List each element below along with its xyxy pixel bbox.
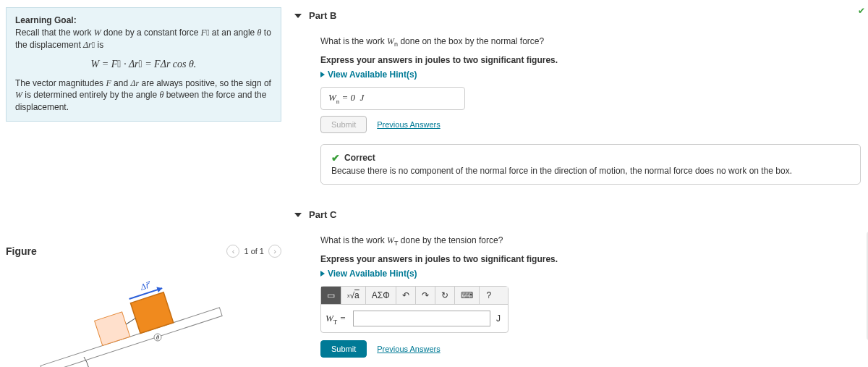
svg-text:θ: θ — [156, 334, 159, 341]
part-b-explanation: Because there is no component of the nor… — [331, 165, 850, 177]
figure-title: Figure — [6, 245, 37, 257]
part-b-title: Part B — [309, 10, 336, 21]
keyboard-button[interactable]: ⌨ — [455, 287, 480, 304]
learning-goal-line1: Recall that the work W done by a constan… — [15, 27, 272, 51]
caret-right-icon — [320, 72, 325, 77]
part-b-instruction: Express your answers in joules to two si… — [320, 55, 861, 65]
part-c-hints-label: View Available Hint(s) — [328, 269, 417, 279]
learning-goal-line2: The vector magnitudes F and Δr are alway… — [15, 77, 272, 114]
part-c-previous-answers-link[interactable]: Previous Answers — [377, 345, 440, 353]
greek-button[interactable]: ΑΣΦ — [366, 287, 396, 304]
part-b-hints-toggle[interactable]: View Available Hint(s) — [320, 69, 861, 80]
part-b-question: What is the work Wn done on the box by t… — [320, 35, 861, 49]
part-b-answer-display: Wn = 0 J — [320, 87, 465, 110]
part-c-unit: J — [493, 313, 508, 324]
input-toolbar: ▭ x√a ΑΣΦ ↶ ↷ ↻ ⌨ ? — [321, 287, 508, 305]
svg-text:Δr⃗: Δr⃗ — [138, 279, 153, 292]
part-c-input-label: WT = — [321, 313, 350, 326]
part-b-header[interactable]: Part B — [294, 0, 861, 27]
part-c-title: Part C — [309, 209, 336, 220]
work-formula: W = F⃗ · Δr⃗ = FΔr cos θ. — [15, 59, 272, 70]
reset-button[interactable]: ↻ — [435, 287, 455, 304]
part-c-answer-input[interactable] — [353, 311, 490, 326]
part-c-input-panel: ▭ x√a ΑΣΦ ↶ ↷ ↻ ⌨ ? WT = J — [320, 286, 509, 333]
figure-prev-button[interactable]: ‹ — [226, 245, 239, 258]
svg-rect-1 — [41, 308, 222, 367]
part-c-hints-toggle[interactable]: View Available Hint(s) — [320, 269, 861, 279]
part-b-previous-answers-link[interactable]: Previous Answers — [377, 120, 440, 129]
svg-line-4 — [125, 319, 137, 324]
redo-button[interactable]: ↷ — [416, 287, 435, 304]
check-icon: ✔ — [331, 152, 340, 164]
check-icon: ✔ — [858, 6, 865, 16]
templates-button[interactable]: ▭ — [321, 287, 341, 304]
sqrt-button[interactable]: x√a — [341, 287, 366, 304]
undo-button[interactable]: ↶ — [396, 287, 416, 304]
figure-page-indicator: 1 of 1 — [244, 247, 264, 256]
part-b-submit-button: Submit — [320, 116, 367, 133]
part-c-question: What is the work WT done by the tension … — [320, 235, 861, 248]
help-button[interactable]: ? — [480, 287, 498, 304]
figure-diagram: Δr⃗ θ — [6, 269, 270, 367]
caret-down-icon — [294, 14, 302, 18]
correct-label: Correct — [344, 153, 375, 163]
caret-down-icon — [294, 213, 302, 217]
caret-right-icon — [320, 271, 325, 277]
figure-next-button[interactable]: › — [268, 245, 281, 258]
part-c-header[interactable]: Part C — [294, 199, 861, 226]
part-b-feedback: ✔Correct Because there is no component o… — [320, 144, 861, 185]
learning-goal-box: Learning Goal: Recall that the work W do… — [6, 7, 281, 122]
part-c-instruction: Express your answers in joules to two si… — [320, 254, 861, 264]
learning-goal-title: Learning Goal: — [15, 15, 272, 25]
part-b-hints-label: View Available Hint(s) — [328, 69, 417, 80]
part-c-submit-button[interactable]: Submit — [320, 340, 367, 358]
